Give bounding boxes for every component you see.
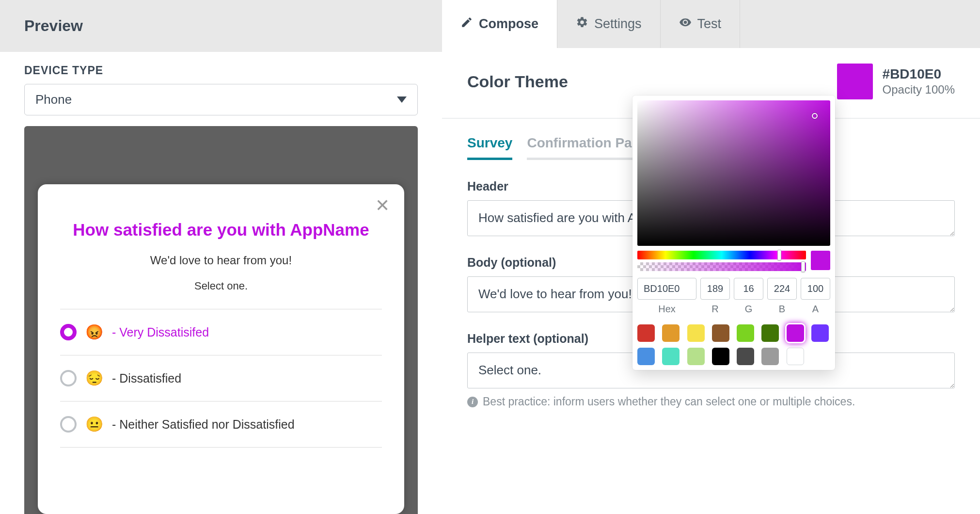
- picker-swatch[interactable]: [737, 348, 754, 365]
- tab-label: Settings: [594, 16, 642, 32]
- picker-a-label: A: [812, 304, 819, 315]
- picker-swatch[interactable]: [761, 324, 779, 342]
- picker-swatch[interactable]: [637, 324, 655, 342]
- picker-swatch[interactable]: [787, 324, 804, 342]
- emoji-icon: 😐: [85, 417, 103, 432]
- chevron-down-icon: [397, 96, 407, 103]
- info-icon: i: [467, 397, 478, 407]
- survey-body-text: We'd love to hear from you!: [38, 254, 404, 267]
- tab-settings[interactable]: Settings: [557, 0, 661, 48]
- alpha-thumb[interactable]: [801, 261, 805, 272]
- option-label: - Very Dissatisifed: [112, 325, 209, 339]
- close-icon[interactable]: ✕: [375, 197, 390, 214]
- radio-icon: [60, 416, 77, 433]
- color-theme-opacity: Opacity 100%: [883, 83, 955, 96]
- color-theme-title: Color Theme: [467, 72, 568, 91]
- editor-panel: Compose Settings Test Color Theme: [442, 0, 980, 514]
- picker-g-label: G: [745, 304, 753, 315]
- eye-icon: [679, 16, 692, 32]
- color-theme-hex: #BD10E0: [883, 66, 955, 82]
- device-type-label: DEVICE TYPE: [24, 64, 418, 77]
- color-theme-row: Color Theme #BD10E0 Opacity 100%: [467, 64, 955, 99]
- picker-swatch-grid: [637, 324, 830, 365]
- picker-swatch[interactable]: [637, 348, 655, 365]
- picker-swatch[interactable]: [737, 324, 754, 342]
- alpha-slider[interactable]: [637, 262, 806, 271]
- preview-title: Preview: [24, 17, 418, 35]
- radio-icon: [60, 370, 77, 386]
- picker-swatch[interactable]: [662, 348, 680, 365]
- pencil-icon: [460, 16, 473, 32]
- tab-test[interactable]: Test: [661, 0, 741, 48]
- picker-swatch[interactable]: [662, 324, 680, 342]
- picker-swatch[interactable]: [811, 324, 829, 342]
- sv-pointer-icon: [812, 113, 818, 119]
- color-theme-swatch[interactable]: [837, 64, 873, 99]
- picker-hex-label: Hex: [658, 304, 676, 315]
- picker-r-input[interactable]: [700, 278, 730, 300]
- picker-r-label: R: [711, 304, 718, 315]
- color-picker-popover: Hex R G B A: [632, 96, 835, 370]
- hue-thumb[interactable]: [777, 250, 781, 260]
- subtab-survey[interactable]: Survey: [467, 135, 512, 160]
- survey-header-text: How satisfied are you with AppName: [62, 218, 380, 241]
- emoji-icon: 😔: [85, 371, 103, 386]
- picker-hex-input[interactable]: [637, 278, 696, 300]
- picker-b-input[interactable]: [767, 278, 797, 300]
- picker-b-label: B: [779, 304, 785, 315]
- saturation-value-panel[interactable]: [637, 100, 830, 246]
- survey-option[interactable]: 😔 - Dissatisfied: [60, 355, 382, 401]
- picker-swatch[interactable]: [687, 324, 705, 342]
- picker-swatch[interactable]: [787, 348, 804, 365]
- preview-panel: Preview DEVICE TYPE Phone ✕ How satisfie…: [0, 0, 442, 514]
- device-type-value: Phone: [35, 92, 72, 107]
- survey-option[interactable]: 😐 - Neither Satisfied nor Dissatisfied: [60, 401, 382, 448]
- tab-compose[interactable]: Compose: [442, 0, 557, 48]
- device-type-select[interactable]: Phone: [24, 84, 418, 115]
- editor-tabs: Compose Settings Test: [442, 0, 980, 48]
- device-frame: ✕ How satisfied are you with AppName We'…: [24, 126, 418, 514]
- gear-icon: [576, 16, 588, 32]
- hue-slider[interactable]: [637, 251, 806, 259]
- picker-swatch[interactable]: [712, 324, 729, 342]
- tab-label: Compose: [479, 16, 538, 32]
- survey-helper-text: Select one.: [38, 280, 404, 292]
- picker-swatch[interactable]: [687, 348, 705, 365]
- survey-option[interactable]: 😡 - Very Dissatisifed: [60, 309, 382, 355]
- picker-a-input[interactable]: [801, 278, 830, 300]
- picker-g-input[interactable]: [734, 278, 763, 300]
- option-label: - Dissatisfied: [112, 371, 181, 386]
- picker-swatch[interactable]: [761, 348, 779, 365]
- tab-label: Test: [697, 16, 722, 32]
- picker-swatch[interactable]: [712, 348, 729, 365]
- radio-icon: [60, 324, 77, 340]
- emoji-icon: 😡: [85, 325, 103, 339]
- picker-current-swatch: [811, 251, 830, 270]
- helper-hint-text: Best practice: inform users whether they…: [483, 395, 855, 408]
- option-label: - Neither Satisfied nor Dissatisfied: [112, 418, 295, 432]
- subtab-confirmation[interactable]: Confirmation Page: [527, 135, 648, 160]
- preview-header: Preview: [0, 0, 442, 52]
- device-screen: ✕ How satisfied are you with AppName We'…: [38, 184, 404, 514]
